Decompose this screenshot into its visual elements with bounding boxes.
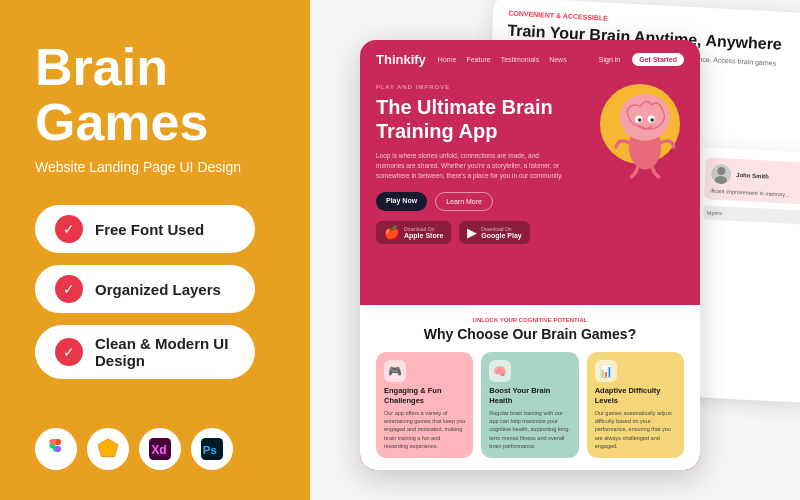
feature-card-3: 📊 Adaptive Difficulty Levels Our games a…	[587, 352, 684, 458]
feature-title-3: Adaptive Difficulty Levels	[595, 386, 676, 406]
feature-title-2: Boost Your Brain Health	[489, 386, 570, 406]
feature-card-2: 🧠 Boost Your Brain Health Regular brain …	[481, 352, 578, 458]
check-icon-3: ✓	[55, 338, 83, 366]
nav-feature[interactable]: Feature	[467, 56, 491, 63]
bottom-tag: UNLOCK YOUR COGNITIVE POTENTIAL	[376, 317, 684, 323]
get-started-button[interactable]: Get Started	[632, 53, 684, 66]
svg-marker-0	[98, 439, 118, 457]
feature-cards: 🎮 Engaging & Fun Challenges Our app offe…	[376, 352, 684, 458]
bottom-title: Why Choose Our Brain Games?	[376, 326, 684, 342]
nav-actions: Sign in Get Started	[593, 53, 684, 66]
right-panel: CONVENIENT & ACCESSIBLE Train Your Brain…	[310, 0, 800, 500]
brain-character	[600, 79, 695, 179]
svg-point-12	[650, 118, 654, 122]
bottom-section: UNLOCK YOUR COGNITIVE POTENTIAL Why Choo…	[360, 305, 700, 470]
nav-links: Home Feature Testimonials News	[438, 56, 567, 63]
right-card-item-1: John Smith ificant improvement in memory…	[704, 157, 800, 205]
feature-title-1: Engaging & Fun Challenges	[384, 386, 465, 406]
hero-desc: Loop is where stories unfold, connection…	[376, 151, 566, 180]
feature-icon-1: 🎮	[384, 360, 406, 382]
nav-home[interactable]: Home	[438, 56, 457, 63]
feature-card-1: 🎮 Engaging & Fun Challenges Our app offe…	[376, 352, 473, 458]
badge-free-font: ✓ Free Font Used	[35, 205, 255, 253]
hero-buttons: Play Now Learn More	[376, 192, 684, 211]
svg-point-5	[717, 167, 725, 175]
feature-desc-3: Our games automatically adjust difficult…	[595, 409, 676, 450]
nav-testimonials[interactable]: Testimonials	[501, 56, 540, 63]
badge-clean-ui: ✓ Clean & Modern UI Design	[35, 325, 255, 379]
badge-label-1: Free Font Used	[95, 221, 204, 238]
apple-store-label-big: Apple Store	[404, 232, 443, 239]
badge-label-2: Organized Layers	[95, 281, 221, 298]
left-panel: Brain Games Website Landing Page UI Desi…	[0, 0, 310, 500]
learn-more-button[interactable]: Learn More	[435, 192, 493, 211]
figma-icon	[35, 428, 77, 470]
main-title: Brain Games	[35, 40, 280, 149]
feature-icon-2: 🧠	[489, 360, 511, 382]
play-now-button[interactable]: Play Now	[376, 192, 427, 211]
svg-text:Ps: Ps	[203, 444, 217, 456]
svg-point-6	[715, 176, 727, 185]
sketch-icon	[87, 428, 129, 470]
nav-logo: Thinkify	[376, 52, 426, 67]
feature-desc-2: Regular brain training with our app can …	[489, 409, 570, 450]
main-card: Thinkify Home Feature Testimonials News …	[360, 40, 700, 470]
google-play-label-big: Google Play	[481, 232, 521, 239]
hero-section: PLAY AND IMPROVE The Ultimate Brain Trai…	[360, 79, 700, 244]
signin-link[interactable]: Sign in	[593, 53, 626, 66]
svg-text:Xd: Xd	[151, 443, 166, 457]
back-card-right: John Smith ificant improvement in memory…	[684, 147, 800, 403]
hero-title: The Ultimate Brain Training App	[376, 95, 556, 143]
svg-point-11	[638, 118, 642, 122]
feature-icon-3: 📊	[595, 360, 617, 382]
tool-icons-row: Xd Ps	[35, 408, 280, 470]
check-icon-1: ✓	[55, 215, 83, 243]
nav-news[interactable]: News	[549, 56, 567, 63]
badge-organized-layers: ✓ Organized Layers	[35, 265, 255, 313]
check-icon-2: ✓	[55, 275, 83, 303]
apple-store-button[interactable]: 🍎 Download On Apple Store	[376, 221, 451, 244]
subtitle: Website Landing Page UI Design	[35, 159, 280, 175]
store-buttons: 🍎 Download On Apple Store ▶ Download On …	[376, 221, 684, 244]
navbar: Thinkify Home Feature Testimonials News …	[360, 40, 700, 79]
xd-icon: Xd	[139, 428, 181, 470]
photoshop-icon: Ps	[191, 428, 233, 470]
badge-label-3: Clean & Modern UI Design	[95, 335, 235, 369]
google-play-button[interactable]: ▶ Download On Google Play	[459, 221, 529, 244]
feature-desc-1: Our app offers a variety of entertaining…	[384, 409, 465, 450]
